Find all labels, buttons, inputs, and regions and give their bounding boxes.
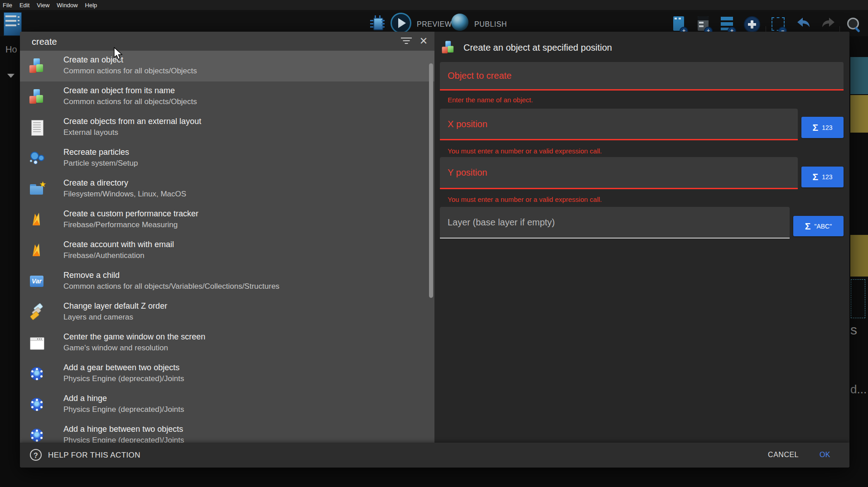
sigma-icon: Σ xyxy=(813,122,819,133)
object-to-create-helper: Enter the name of an object. xyxy=(448,96,533,104)
filter-icon[interactable] xyxy=(400,36,413,47)
variable-icon: Var xyxy=(28,273,45,290)
list-item[interactable]: ★Create a directoryFilesystem/Windows, L… xyxy=(20,174,434,205)
item-title: Change layer default Z order xyxy=(63,301,167,311)
cubes-icon xyxy=(28,88,45,105)
item-title: Recreate particles xyxy=(63,147,138,158)
menu-edit[interactable]: Edit xyxy=(19,2,29,9)
item-subtitle: Common actions for all objects/Variables… xyxy=(63,281,280,291)
list-item[interactable]: Create a custom performance trackerFireb… xyxy=(20,205,434,235)
preview-play-icon[interactable] xyxy=(391,13,411,33)
item-title: Add a hinge between two objects xyxy=(63,424,184,434)
list-item[interactable]: Center the game window on the screenGame… xyxy=(20,328,434,358)
y-expression-button[interactable]: Σ 123 xyxy=(801,167,844,187)
expression-type-label: 123 xyxy=(822,124,832,131)
item-subtitle: Particle system/Setup xyxy=(63,158,138,168)
x-position-label: X position xyxy=(448,119,487,129)
item-subtitle: Filesystem/Windows, Linux, MacOS xyxy=(63,189,186,199)
physics-icon xyxy=(28,396,45,413)
layer-label: Layer (base layer if empty) xyxy=(448,217,555,228)
list-item[interactable]: Change layer default Z orderLayers and c… xyxy=(20,297,434,328)
list-item[interactable]: Create an objectCommon actions for all o… xyxy=(20,51,434,81)
list-item[interactable]: Create account with with emailFirebase/A… xyxy=(20,235,434,266)
cubes-icon xyxy=(28,57,45,75)
instruction-editor-dialog: ✕ Create an objectCommon actions for all… xyxy=(20,32,849,468)
mouse-cursor xyxy=(113,47,123,61)
zorder-icon xyxy=(28,304,45,321)
list-scrollbar[interactable] xyxy=(429,63,433,298)
particles-icon xyxy=(28,150,45,167)
window-icon xyxy=(28,334,45,352)
expression-type-label: 123 xyxy=(822,173,832,181)
home-tab-fragment: Ho xyxy=(5,44,17,55)
layer-expression-button[interactable]: Σ "ABC" xyxy=(793,216,844,236)
search-input[interactable] xyxy=(31,32,350,52)
firebase-icon xyxy=(28,242,45,259)
item-subtitle: Layers and cameras xyxy=(63,312,167,322)
help-icon[interactable]: ? xyxy=(30,449,42,461)
list-item[interactable]: Recreate particlesParticle system/Setup xyxy=(20,143,434,174)
help-button[interactable]: HELP FOR THIS ACTION xyxy=(48,451,140,460)
item-subtitle: Physics Engine (deprecated)/Joints xyxy=(63,404,184,415)
x-position-field[interactable]: X position xyxy=(440,109,798,140)
list-item[interactable]: Add a hinge between two objectsPhysics E… xyxy=(20,420,434,443)
project-manager-icon[interactable] xyxy=(4,12,22,36)
list-item[interactable]: Add a hingePhysics Engine (deprecated)/J… xyxy=(20,389,434,420)
preview-button[interactable]: PREVIEW xyxy=(417,20,452,29)
scene-text-fragment: s xyxy=(850,322,857,338)
publish-button[interactable]: PUBLISH xyxy=(474,20,507,29)
list-item[interactable]: Add a gear between two objectsPhysics En… xyxy=(20,358,434,389)
y-position-field[interactable]: Y position xyxy=(440,157,798,189)
item-title: Remove a child xyxy=(63,270,280,281)
item-subtitle: Game's window and resolution xyxy=(63,343,205,353)
sigma-icon: Σ xyxy=(813,172,819,182)
list-item[interactable]: Create objects from an external layoutEx… xyxy=(20,112,434,143)
list-item[interactable]: Create an object from its nameCommon act… xyxy=(20,81,434,112)
cancel-button[interactable]: CANCEL xyxy=(768,451,799,459)
menu-view[interactable]: View xyxy=(37,2,49,9)
menu-bar: File Edit View Window Help xyxy=(0,0,868,10)
scene-block-teal xyxy=(850,57,868,94)
redo-icon xyxy=(820,16,837,32)
x-expression-button[interactable]: Σ 123 xyxy=(801,117,844,138)
item-subtitle: Physics Engine (deprecated)/Joints xyxy=(63,435,184,443)
item-title: Create a custom performance tracker xyxy=(63,209,198,219)
dialog-footer: ? HELP FOR THIS ACTION CANCEL OK xyxy=(20,443,849,468)
close-icon[interactable]: ✕ xyxy=(417,34,430,48)
physics-icon xyxy=(28,365,45,382)
search-bar: ✕ xyxy=(20,32,434,51)
item-subtitle: Common actions for all objects/Objects xyxy=(63,66,197,76)
cubes-icon xyxy=(441,40,455,55)
list-item[interactable]: VarRemove a childCommon actions for all … xyxy=(20,266,434,297)
item-title: Create a directory xyxy=(63,178,186,188)
expression-type-label: "ABC" xyxy=(814,223,832,230)
publish-globe-icon[interactable] xyxy=(451,14,468,31)
menu-file[interactable]: File xyxy=(3,2,12,9)
item-subtitle: External layouts xyxy=(63,127,201,138)
item-title: Create objects from an external layout xyxy=(63,116,201,127)
firebase-icon xyxy=(28,211,45,229)
item-subtitle: Firebase/Authentication xyxy=(63,250,174,261)
layer-field[interactable]: Layer (base layer if empty) xyxy=(440,207,790,239)
debugger-icon[interactable] xyxy=(368,14,386,33)
scene-block-olive xyxy=(850,95,868,133)
action-list: Create an objectCommon actions for all o… xyxy=(20,51,434,443)
item-title: Center the game window on the screen xyxy=(63,332,205,342)
detail-header: Create an object at specified position xyxy=(441,39,612,56)
action-chooser-panel: ✕ Create an objectCommon actions for all… xyxy=(20,32,434,443)
ok-button[interactable]: OK xyxy=(820,451,830,459)
physics-icon xyxy=(28,427,45,443)
x-position-error: You must enter a number or a valid expre… xyxy=(448,147,602,155)
item-subtitle: Firebase/Performance Measuring xyxy=(63,220,198,230)
y-position-error: You must enter a number or a valid expre… xyxy=(448,196,602,203)
chevron-down-icon[interactable] xyxy=(7,74,14,78)
item-title: Add a hinge xyxy=(63,393,184,404)
object-to-create-field[interactable]: Object to create xyxy=(440,62,844,91)
app-window: File Edit View Window Help PREVIEW PUBLI… xyxy=(0,0,868,487)
menu-window[interactable]: Window xyxy=(57,2,77,9)
menu-help[interactable]: Help xyxy=(85,2,97,9)
item-subtitle: Physics Engine (deprecated)/Joints xyxy=(63,373,184,384)
item-title: Create account with with email xyxy=(63,239,174,250)
action-detail-panel: Create an object at specified position O… xyxy=(434,32,849,443)
item-title: Create an object xyxy=(63,55,197,65)
